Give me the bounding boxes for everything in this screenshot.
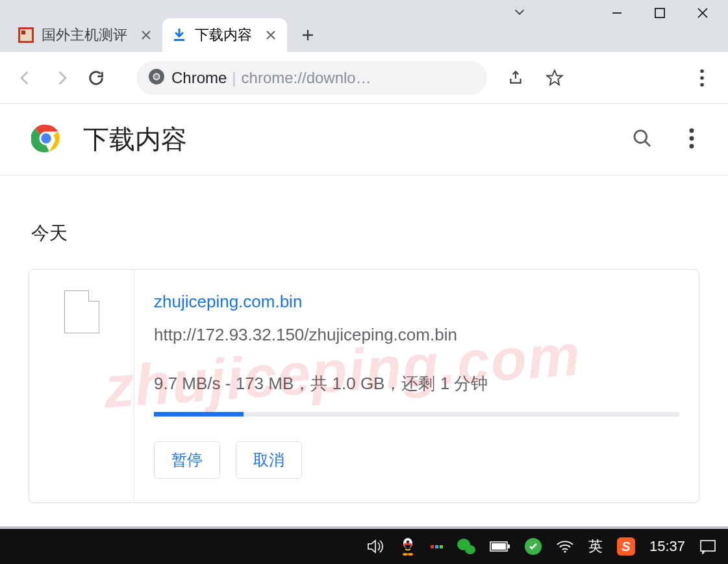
svg-rect-27 bbox=[492, 543, 506, 550]
maximize-button[interactable] bbox=[638, 0, 681, 26]
wechat-icon[interactable] bbox=[457, 539, 475, 554]
browser-menu-button[interactable] bbox=[689, 65, 715, 91]
svg-point-13 bbox=[41, 133, 51, 143]
minimize-button[interactable] bbox=[596, 0, 638, 26]
svg-point-9 bbox=[700, 76, 704, 80]
volume-icon[interactable] bbox=[367, 539, 385, 554]
download-status: 9.7 MB/s - 173 MB，共 1.0 GB，还剩 1 分钟 bbox=[154, 372, 679, 395]
address-bar[interactable]: Chrome | chrome://downlo… bbox=[136, 61, 487, 95]
omnibox-url: chrome://downlo… bbox=[242, 69, 371, 87]
section-today: 今天 bbox=[31, 221, 699, 246]
close-window-button[interactable] bbox=[681, 0, 724, 26]
progress-bar bbox=[154, 412, 244, 417]
close-icon[interactable] bbox=[139, 28, 153, 42]
svg-rect-29 bbox=[701, 541, 715, 551]
svg-point-8 bbox=[700, 69, 704, 73]
file-icon bbox=[64, 290, 99, 333]
reload-button[interactable] bbox=[83, 65, 109, 91]
svg-point-17 bbox=[690, 144, 694, 148]
back-button[interactable] bbox=[13, 65, 39, 91]
tab-hostreview[interactable]: 国外主机测评 bbox=[9, 18, 162, 52]
battery-icon[interactable] bbox=[490, 540, 510, 553]
window-controls bbox=[596, 0, 724, 26]
chrome-logo-icon bbox=[31, 123, 61, 156]
download-icon bbox=[171, 27, 187, 43]
svg-rect-2 bbox=[21, 31, 25, 34]
pause-button[interactable]: 暂停 bbox=[154, 441, 220, 479]
search-icon[interactable] bbox=[632, 128, 653, 151]
share-button[interactable] bbox=[503, 65, 529, 91]
download-card: zhujiceping.com.bin http://172.93.32.150… bbox=[29, 269, 699, 503]
taskbar-clock[interactable]: 15:37 bbox=[649, 538, 685, 555]
tab-downloads[interactable]: 下载内容 bbox=[162, 18, 287, 52]
svg-point-14 bbox=[634, 131, 647, 143]
svg-point-24 bbox=[408, 553, 413, 556]
ime-indicator[interactable]: 英 bbox=[588, 537, 603, 556]
favicon-hostreview bbox=[18, 27, 34, 43]
omnibox-product: Chrome bbox=[171, 69, 227, 87]
tab-strip: 国外主机测评 下载内容 bbox=[0, 0, 322, 52]
svg-point-16 bbox=[690, 136, 694, 140]
cancel-button[interactable]: 取消 bbox=[236, 441, 302, 479]
download-url: http://172.93.32.150/zhujiceping.com.bin bbox=[154, 325, 679, 345]
browser-toolbar: Chrome | chrome://downlo… bbox=[0, 52, 728, 104]
svg-point-23 bbox=[403, 553, 408, 556]
svg-rect-26 bbox=[508, 545, 510, 548]
svg-rect-4 bbox=[655, 8, 664, 18]
tab-label: 国外主机测评 bbox=[42, 25, 127, 45]
svg-point-10 bbox=[700, 83, 704, 86]
notifications-icon[interactable] bbox=[699, 539, 716, 554]
svg-rect-3 bbox=[174, 39, 184, 41]
qq-icon[interactable] bbox=[399, 537, 416, 556]
downloads-body: zhujiceping.com 今天 zhujiceping.com.bin h… bbox=[0, 175, 728, 526]
svg-point-15 bbox=[690, 128, 694, 133]
page-title: 下载内容 bbox=[83, 122, 187, 157]
forward-button[interactable] bbox=[48, 65, 74, 91]
color-grid-icon[interactable] bbox=[431, 545, 443, 548]
check-icon[interactable] bbox=[525, 538, 542, 555]
svg-point-7 bbox=[154, 74, 159, 79]
download-filename[interactable]: zhujiceping.com.bin bbox=[154, 292, 679, 312]
omnibox-text: Chrome | chrome://downlo… bbox=[171, 69, 371, 87]
chrome-product-icon bbox=[148, 68, 165, 88]
window-titlebar: 国外主机测评 下载内容 bbox=[0, 0, 728, 52]
new-tab-button[interactable] bbox=[294, 21, 322, 49]
download-icon-area bbox=[29, 270, 134, 502]
tabs-overflow-button[interactable] bbox=[512, 5, 527, 22]
downloads-header: 下载内容 bbox=[0, 104, 728, 175]
bookmark-button[interactable] bbox=[542, 65, 568, 91]
page-menu-button[interactable] bbox=[681, 128, 702, 151]
windows-taskbar: 英 S 15:37 bbox=[0, 526, 728, 564]
close-icon[interactable] bbox=[264, 28, 278, 42]
sogou-icon[interactable]: S bbox=[617, 537, 635, 556]
wifi-icon[interactable] bbox=[556, 539, 574, 554]
tab-label: 下载内容 bbox=[195, 25, 252, 45]
progress-track bbox=[154, 412, 679, 417]
svg-point-28 bbox=[564, 550, 566, 552]
